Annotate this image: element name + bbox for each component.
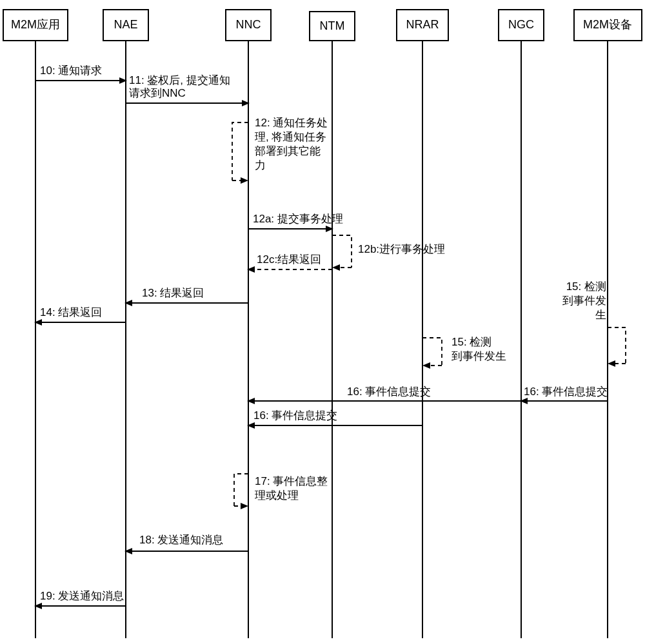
svg-text:理或处理: 理或处理 [255,489,299,502]
msg-12c: 12c:结果返回 [248,253,332,269]
msg-12a: 12a: 提交事务处理 [248,213,343,229]
svg-text:11: 鉴权后, 提交通知: 11: 鉴权后, 提交通知 [129,74,230,86]
actor-nrar: NRAR [397,10,448,638]
svg-text:请求到NNC: 请求到NNC [129,87,186,99]
actor-m2m-app: M2M应用 [3,10,68,638]
svg-text:NRAR: NRAR [406,18,439,31]
msg-10: 10: 通知请求 [35,64,126,81]
svg-text:12b:进行事务处理: 12b:进行事务处理 [358,243,445,255]
msg-15-nrar: 15: 检测 到事件发生 [422,336,506,366]
svg-text:理, 将通知任务: 理, 将通知任务 [255,131,326,143]
actor-nnc: NNC [226,10,271,638]
svg-text:19: 发送通知消息: 19: 发送通知消息 [40,590,124,602]
svg-text:M2M设备: M2M设备 [583,18,632,31]
svg-text:NAE: NAE [114,18,137,31]
svg-text:NGC: NGC [508,18,534,31]
msg-15-m2mdev: 15: 检测 到事件发 生 [562,280,626,364]
actor-ntm: NTM [310,12,355,638]
svg-text:M2M应用: M2M应用 [11,18,60,31]
svg-text:NNC: NNC [236,18,261,31]
svg-text:13: 结果返回: 13: 结果返回 [142,287,204,299]
msg-13: 13: 结果返回 [126,287,248,303]
svg-text:18: 发送通知消息: 18: 发送通知消息 [139,534,223,546]
svg-text:17: 事件信息整: 17: 事件信息整 [255,475,328,487]
actor-m2m-device: M2M设备 [574,10,642,638]
svg-text:16: 事件信息提交: 16: 事件信息提交 [524,385,608,398]
actor-ngc: NGC [499,10,544,638]
msg-16-nrar-to-nnc: 16: 事件信息提交 [248,409,422,425]
svg-text:12a: 提交事务处理: 12a: 提交事务处理 [253,213,343,225]
msg-12-self: 12: 通知任务处 理, 将通知任务 部署到其它能 力 [232,117,328,181]
msg-19: 19: 发送通知消息 [35,590,126,606]
svg-text:生: 生 [595,309,606,321]
svg-text:15: 检测: 15: 检测 [452,336,491,348]
svg-text:到事件发生: 到事件发生 [452,350,506,362]
msg-14: 14: 结果返回 [35,306,126,322]
svg-text:12: 通知任务处: 12: 通知任务处 [255,117,328,129]
msg-18: 18: 发送通知消息 [126,534,248,551]
svg-text:10: 通知请求: 10: 通知请求 [40,64,102,77]
svg-text:14: 结果返回: 14: 结果返回 [40,306,102,318]
svg-text:16: 事件信息提交: 16: 事件信息提交 [347,385,431,398]
svg-text:NTM: NTM [320,19,345,32]
msg-12b-self: 12b:进行事务处理 [332,235,445,268]
msg-16-dev-to-ngc: 16: 事件信息提交 [521,385,608,401]
svg-text:到事件发: 到事件发 [562,295,606,307]
sequence-diagram: M2M应用 NAE NNC NTM NRAR NGC M2M设备 10: 通知请… [0,0,645,644]
msg-11: 11: 鉴权后, 提交通知 请求到NNC [126,74,248,103]
svg-text:力: 力 [255,159,266,171]
svg-text:12c:结果返回: 12c:结果返回 [257,253,321,266]
svg-text:部署到其它能: 部署到其它能 [255,145,321,157]
svg-text:16: 事件信息提交: 16: 事件信息提交 [253,409,337,422]
msg-16-ngc-to-nnc: 16: 事件信息提交 [248,385,521,401]
svg-text:15: 检测: 15: 检测 [566,280,606,293]
